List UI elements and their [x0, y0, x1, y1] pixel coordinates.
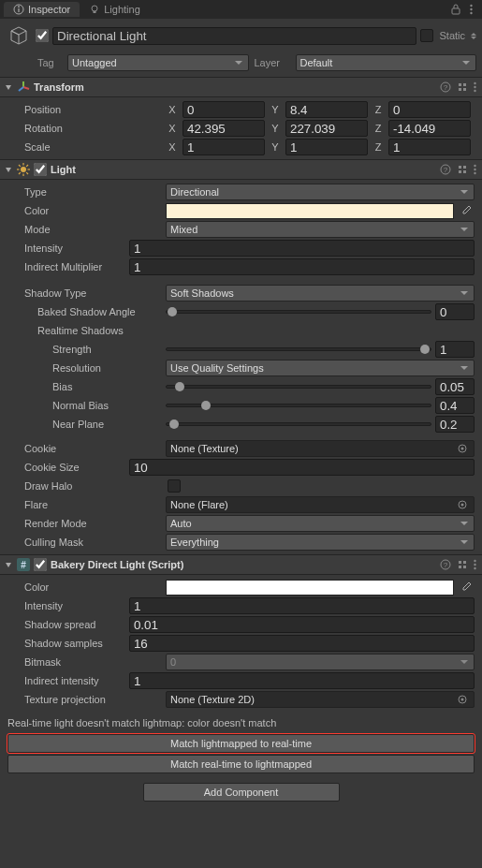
object-picker-icon[interactable] [455, 497, 470, 512]
svg-line-26 [19, 165, 21, 167]
help-icon[interactable]: ? [440, 164, 451, 175]
scale-z-field[interactable] [388, 139, 471, 155]
menu-icon[interactable] [474, 81, 476, 93]
rotation-x-field[interactable] [183, 120, 265, 137]
resolution-dropdown[interactable]: Use Quality Settings [166, 360, 475, 376]
indirect-multiplier-field[interactable] [129, 258, 475, 275]
svg-rect-15 [463, 83, 466, 86]
baked-angle-field[interactable] [435, 303, 475, 320]
svg-point-49 [474, 560, 475, 562]
match-lightmapped-button[interactable]: Match lightmapped to real-time [7, 734, 475, 753]
flare-label: Flare [7, 499, 162, 510]
tab-inspector[interactable]: Inspector [4, 2, 80, 17]
layer-dropdown[interactable]: Default [296, 54, 477, 71]
shadow-type-dropdown[interactable]: Soft Shadows [166, 285, 475, 302]
svg-rect-46 [463, 561, 466, 564]
match-realtime-button[interactable]: Match real-time to lightmapped [7, 755, 475, 773]
gameobject-name-field[interactable] [52, 27, 416, 45]
light-type-dropdown[interactable]: Directional [166, 184, 475, 200]
strength-slider[interactable] [166, 347, 431, 351]
gameobject-active-checkbox[interactable] [36, 29, 49, 42]
cookie-size-field[interactable] [129, 459, 475, 476]
static-checkbox[interactable] [420, 29, 433, 42]
bitmask-dropdown[interactable]: 0 [166, 654, 475, 670]
tag-label: Tag [37, 57, 62, 68]
svg-point-18 [474, 82, 475, 84]
baked-angle-slider[interactable] [166, 310, 431, 314]
help-icon[interactable]: ? [440, 559, 451, 570]
shadow-samples-field[interactable] [129, 635, 475, 652]
normal-bias-slider[interactable] [166, 404, 431, 407]
indirect-intensity-field[interactable] [129, 672, 475, 689]
bakery-enabled-checkbox[interactable] [34, 558, 47, 571]
near-plane-slider[interactable] [166, 422, 431, 426]
position-y-field[interactable] [285, 101, 368, 118]
rotation-y-field[interactable] [285, 120, 368, 137]
static-dropdown[interactable] [471, 33, 476, 39]
bulb-icon [89, 4, 100, 15]
light-header[interactable]: Light ? [0, 159, 482, 180]
render-mode-dropdown[interactable]: Auto [166, 515, 475, 532]
light-enabled-checkbox[interactable] [34, 163, 47, 176]
near-plane-field[interactable] [435, 416, 475, 433]
shadow-spread-field[interactable] [129, 616, 475, 633]
light-mode-dropdown[interactable]: Mixed [166, 221, 475, 238]
svg-point-36 [474, 165, 475, 167]
scale-label: Scale [7, 141, 162, 153]
svg-rect-47 [459, 566, 461, 568]
add-component-button[interactable]: Add Component [143, 783, 340, 802]
transform-header[interactable]: Transform ? [0, 77, 482, 97]
bias-slider[interactable] [166, 385, 431, 389]
lock-icon[interactable] [448, 2, 463, 17]
menu-icon[interactable] [474, 559, 476, 570]
svg-text:?: ? [444, 166, 448, 174]
draw-halo-checkbox[interactable] [168, 479, 181, 493]
position-z-field[interactable] [388, 101, 471, 118]
foldout-icon [6, 85, 11, 90]
texture-projection-field[interactable]: None (Texture 2D) [166, 691, 475, 708]
svg-point-50 [474, 564, 475, 566]
bakery-color-field[interactable] [166, 580, 454, 596]
intensity-field[interactable] [129, 240, 475, 257]
strength-field[interactable] [435, 341, 475, 358]
svg-text:?: ? [444, 83, 448, 92]
near-plane-label: Near Plane [7, 419, 162, 430]
scale-x-field[interactable] [183, 139, 265, 155]
bakery-intensity-field[interactable] [129, 597, 475, 614]
type-label: Type [7, 186, 162, 198]
tag-dropdown[interactable]: Untagged [67, 54, 249, 71]
bakery-header[interactable]: # Bakery Direct Light (Script) ? [0, 554, 482, 575]
indirect-label: Indirect Multiplier [7, 261, 125, 272]
scale-y-field[interactable] [285, 139, 368, 155]
position-x-field[interactable] [183, 101, 265, 118]
light-color-field[interactable] [166, 203, 454, 219]
object-picker-icon[interactable] [455, 692, 470, 707]
bias-field[interactable] [435, 378, 475, 395]
preset-icon[interactable] [457, 559, 468, 570]
tab-lighting[interactable]: Lighting [80, 2, 150, 17]
context-menu-icon[interactable] [463, 2, 478, 17]
eyedropper-icon[interactable] [458, 202, 475, 219]
svg-rect-5 [452, 8, 460, 14]
normal-bias-field[interactable] [435, 397, 475, 414]
cookie-field[interactable]: None (Texture) [166, 440, 475, 457]
preset-icon[interactable] [457, 164, 468, 175]
preset-icon[interactable] [457, 81, 468, 93]
flare-field[interactable]: None (Flare) [166, 496, 475, 513]
eyedropper-icon[interactable] [458, 579, 475, 596]
object-picker-icon[interactable] [455, 441, 470, 456]
culling-mask-dropdown[interactable]: Everything [166, 534, 475, 551]
mode-label: Mode [7, 224, 162, 235]
rotation-z-field[interactable] [388, 120, 471, 137]
shadow-samples-label: Shadow samples [7, 638, 125, 649]
tab-lighting-label: Lighting [104, 4, 140, 15]
help-icon[interactable]: ? [440, 81, 451, 93]
light-title: Light [51, 164, 436, 175]
svg-rect-45 [459, 561, 461, 564]
baked-angle-label: Baked Shadow Angle [7, 306, 162, 317]
gameobject-icon[interactable] [6, 22, 32, 49]
svg-point-21 [21, 167, 26, 172]
menu-icon[interactable] [474, 164, 476, 175]
svg-point-6 [470, 5, 472, 7]
svg-rect-4 [94, 11, 96, 13]
